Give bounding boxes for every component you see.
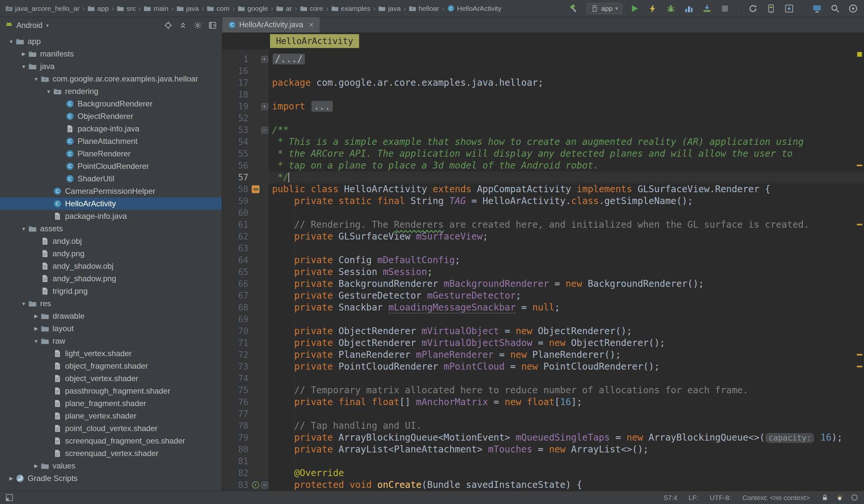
tree-item-screenquad-fragment-oes-shader[interactable]: screenquad_fragment_oes.shader: [0, 435, 222, 447]
code-line-16[interactable]: 16: [222, 65, 864, 77]
code-line-53[interactable]: 53−/**: [222, 124, 864, 136]
run-config-selector[interactable]: app▾: [586, 3, 622, 14]
tree-item-layout[interactable]: ▶layout: [0, 322, 222, 335]
warning-mark[interactable]: [857, 165, 862, 166]
breadcrumb-item-examples[interactable]: examples: [331, 4, 371, 12]
code-line-82[interactable]: 82 @Override: [222, 467, 864, 479]
code-line-80[interactable]: 80 private ArrayList<PlaneAttachment> mT…: [222, 444, 864, 455]
code-line-63[interactable]: 63: [222, 242, 864, 254]
profiler-icon[interactable]: [683, 3, 695, 14]
code-line-56[interactable]: 56 * tap on a plane to place a 3d model …: [222, 160, 864, 171]
tree-item-object-vertex-shader[interactable]: object_vertex.shader: [0, 372, 222, 385]
chevron-collapsed-icon[interactable]: ▶: [32, 313, 41, 319]
tree-item-shaderutil[interactable]: CShaderUtil: [0, 172, 222, 185]
code-line-75[interactable]: 75 // Temporary matrix allocated here to…: [222, 384, 864, 396]
tree-item-raw[interactable]: ▼raw: [0, 335, 222, 347]
tree-item-values[interactable]: ▶values: [0, 460, 222, 472]
manifest-gutter-icon[interactable]: <>: [251, 183, 260, 195]
tree-item-app[interactable]: ▼app: [0, 35, 222, 48]
breadcrumb-class-chip[interactable]: HelloArActivity: [270, 34, 359, 48]
code-line-54[interactable]: 54 * This is a simple example that shows…: [222, 136, 864, 148]
background-tasks-icon[interactable]: [851, 493, 859, 502]
code-line-19[interactable]: 19+import ...: [222, 100, 864, 112]
tree-item-andy-obj[interactable]: andy.obj: [0, 235, 222, 248]
tree-item-objectrenderer[interactable]: CObjectRenderer: [0, 110, 222, 122]
layout-inspector-icon[interactable]: [812, 3, 823, 14]
warning-mark[interactable]: [857, 366, 862, 367]
editor-tab[interactable]: C HelloArActivity.java ×: [222, 17, 320, 33]
tree-item-andy-shadow-png[interactable]: andy_shadow.png: [0, 272, 222, 285]
tree-item-screenquad-vertex-shader[interactable]: screenquad_vertex.shader: [0, 447, 222, 460]
breadcrumb-item-java[interactable]: java: [177, 4, 199, 12]
search-everywhere-icon[interactable]: [829, 3, 841, 14]
fold-marker[interactable]: −: [260, 479, 269, 491]
breadcrumb-item-java-arcore-hello-ar[interactable]: java_arcore_hello_ar: [5, 4, 80, 12]
tree-item-assets[interactable]: ▼assets: [0, 223, 222, 235]
fold-marker[interactable]: +: [260, 100, 269, 112]
code-line-17[interactable]: 17package com.google.ar.core.examples.ja…: [222, 77, 864, 89]
chevron-collapsed-icon[interactable]: ▶: [7, 476, 16, 481]
tree-item-object-fragment-shader[interactable]: object_fragment.shader: [0, 360, 222, 372]
code-line-79[interactable]: 79 private ArrayBlockingQueue<MotionEven…: [222, 432, 864, 444]
tree-item-res[interactable]: ▼res: [0, 297, 222, 310]
chevron-collapsed-icon[interactable]: ▶: [32, 326, 41, 332]
toolwindow-toggle-icon[interactable]: [5, 493, 13, 502]
chevron-expanded-icon[interactable]: ▼: [32, 76, 41, 82]
breadcrumb-item-app[interactable]: app: [87, 4, 109, 12]
code-line-77[interactable]: 77: [222, 408, 864, 420]
fold-marker[interactable]: +: [260, 53, 269, 65]
tree-item-gradle-scripts[interactable]: ▶Gradle Scripts: [0, 472, 222, 484]
gradle-sync-icon[interactable]: [747, 3, 758, 14]
code-line-70[interactable]: 70 private ObjectRenderer mVirtualObject…: [222, 325, 864, 337]
code-line-65[interactable]: 65 private Session mSession;: [222, 266, 864, 278]
chevron-collapsed-icon[interactable]: ▶: [19, 51, 28, 57]
stop-icon[interactable]: [719, 3, 731, 14]
code-line-57[interactable]: 57 */: [222, 171, 864, 183]
tree-item-trigrid-png[interactable]: trigrid.png: [0, 285, 222, 297]
tree-item-plane-fragment-shader[interactable]: plane_fragment.shader: [0, 397, 222, 410]
breadcrumb-item-main[interactable]: main: [144, 4, 169, 12]
breadcrumb-item-helloar[interactable]: helloar: [409, 4, 439, 12]
fold-marker[interactable]: −: [260, 124, 269, 136]
tree-item-rendering[interactable]: ▼rendering: [0, 85, 222, 98]
tree-item-java[interactable]: ▼java: [0, 60, 222, 73]
code-line-59[interactable]: 59 private static final String TAG = Hel…: [222, 195, 864, 207]
code-line-66[interactable]: 66 private BackgroundRenderer mBackgroun…: [222, 278, 864, 290]
attach-debugger-icon[interactable]: [701, 3, 712, 14]
chevron-expanded-icon[interactable]: ▼: [44, 89, 53, 94]
code-line-71[interactable]: 71 private ObjectRenderer mVirtualObject…: [222, 337, 864, 349]
hide-panel-icon[interactable]: [208, 21, 217, 30]
tree-item-package-info-java[interactable]: package-info.java: [0, 210, 222, 223]
tree-item-backgroundrenderer[interactable]: CBackgroundRenderer: [0, 98, 222, 110]
code-line-1[interactable]: 1+/.../: [222, 53, 864, 65]
tree-item-drawable[interactable]: ▶drawable: [0, 310, 222, 322]
inspection-indicator[interactable]: [857, 52, 862, 57]
apply-changes-icon[interactable]: [647, 3, 658, 14]
sdk-manager-icon[interactable]: [783, 3, 795, 14]
assistant-icon[interactable]: [848, 3, 859, 14]
error-stripe[interactable]: [855, 49, 864, 491]
code-line-69[interactable]: 69: [222, 313, 864, 325]
scroll-from-source-icon[interactable]: [164, 21, 173, 30]
chevron-expanded-icon[interactable]: ▼: [32, 338, 41, 344]
settings-gear-icon[interactable]: [193, 21, 202, 30]
code-line-55[interactable]: 55 * the ARCore API. The application wil…: [222, 148, 864, 160]
warning-mark[interactable]: [857, 224, 862, 225]
breadcrumb-item-src[interactable]: src: [117, 4, 136, 12]
tree-item-helloaractivity[interactable]: CHelloArActivity: [0, 197, 222, 210]
tree-item-camerapermissionhelper[interactable]: CCameraPermissionHelper: [0, 185, 222, 197]
code-line-67[interactable]: 67 private GestureDetector mGestureDetec…: [222, 290, 864, 302]
chevron-expanded-icon[interactable]: ▼: [19, 301, 28, 307]
tree-item-plane-vertex-shader[interactable]: plane_vertex.shader: [0, 410, 222, 422]
tree-item-manifests[interactable]: ▶manifests: [0, 48, 222, 60]
code-line-60[interactable]: 60: [222, 207, 864, 219]
code-line-83[interactable]: 83↑− protected void onCreate(Bundle save…: [222, 479, 864, 491]
tree-item-com-google-ar-core-examples-java-helloar[interactable]: ▼com.google.ar.core.examples.java.helloa…: [0, 73, 222, 85]
tree-item-planeattachment[interactable]: CPlaneAttachment: [0, 135, 222, 147]
breadcrumb-item-java[interactable]: java: [378, 4, 401, 12]
tree-item-passthrough-fragment-shader[interactable]: passthrough_fragment.shader: [0, 385, 222, 397]
code-line-18[interactable]: 18: [222, 89, 864, 100]
breadcrumb-item-google[interactable]: google: [238, 4, 268, 12]
warning-mark[interactable]: [857, 354, 862, 356]
code-line-52[interactable]: 52: [222, 112, 864, 124]
